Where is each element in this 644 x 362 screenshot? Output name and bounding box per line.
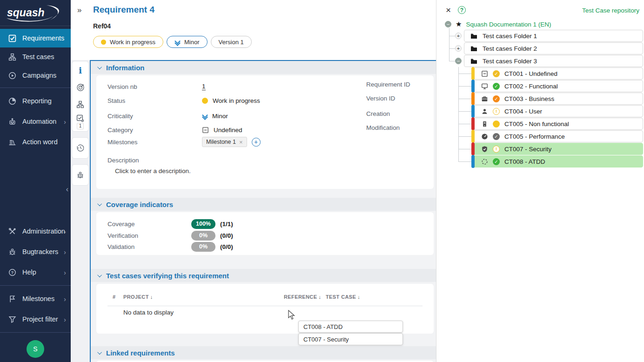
creation-label: Creation: [366, 110, 390, 117]
coverage-ratio: (1/1): [220, 221, 233, 228]
expand-node-icon[interactable]: +: [455, 33, 462, 39]
folder-test-cases-folder-1[interactable]: Test cases Folder 1: [464, 30, 643, 42]
add-milestone-icon[interactable]: +: [252, 138, 261, 147]
sidebar-item-label: Action word: [22, 138, 58, 146]
folder-icon: [470, 58, 477, 64]
collapse-node-icon[interactable]: −: [445, 21, 451, 27]
tab-verifying-test-cases[interactable]: 1: [72, 113, 88, 131]
tab-coverage-target[interactable]: [72, 79, 88, 96]
status-check-green-icon: ✓: [493, 83, 500, 90]
expand-panel-icon[interactable]: »: [77, 6, 81, 15]
tree-connector: [458, 86, 471, 87]
section-verifying-test-cases[interactable]: Test cases verifying this requirement: [91, 269, 436, 282]
expand-node-icon[interactable]: +: [455, 45, 462, 52]
folder-test-cases-folder-3[interactable]: Test cases Folder 3: [464, 55, 643, 67]
square-minus-icon: [481, 70, 488, 77]
version-nb-value[interactable]: 1: [202, 83, 206, 90]
test-case-ct002-functional[interactable]: ✓ CT002 - Functional: [471, 80, 643, 92]
milestone-chip[interactable]: Milestone 1 ×: [202, 137, 247, 147]
tree-root-project[interactable]: − ★ Squash Documentation 1 (EN): [445, 20, 551, 29]
sidebar-item-label: Help: [22, 268, 36, 276]
device-icon: [481, 120, 488, 127]
tree-test-case-row: ✓ CT002 - Functional: [471, 80, 643, 92]
test-case-tree: − ★ Squash Documentation 1 (EN) + Test c…: [436, 0, 644, 362]
sidebar-item-requirements[interactable]: Requirements: [0, 29, 71, 47]
sidebar-item-automation[interactable]: Automation ›: [0, 111, 71, 132]
importance-bar: [471, 117, 475, 130]
test-case-ct008-atdd[interactable]: ✓ CT008 - ATDD: [471, 155, 643, 168]
remove-milestone-icon[interactable]: ×: [239, 139, 243, 146]
project-label[interactable]: Squash Documentation 1 (EN): [466, 21, 551, 28]
chevron-right-icon: ›: [64, 228, 66, 235]
status-dot-yellow-icon: [493, 121, 500, 127]
section-linked-requirements[interactable]: Linked requirements: [91, 346, 436, 359]
square-minus-icon: [202, 127, 209, 134]
sidebar-item-action-word[interactable]: Action word: [0, 132, 71, 152]
status-pill[interactable]: Work in progress: [93, 36, 163, 48]
importance-bar: [471, 92, 475, 105]
test-case-ct004-user[interactable]: ! CT004 - User: [471, 105, 643, 117]
sidebar-item-project-filter[interactable]: Project filter ›: [0, 309, 71, 329]
tree-test-case-row: ! CT007 - Security: [471, 143, 643, 155]
drag-ghost-item: CT007 - Security: [298, 333, 403, 345]
tree-connector: [458, 124, 471, 124]
tree-connector: [449, 36, 455, 36]
test-case-ct005-performance[interactable]: ✓ CT005 - Performance: [471, 130, 643, 142]
user-avatar[interactable]: S: [27, 340, 44, 358]
history-clock-icon: [76, 144, 85, 152]
sidebar-item-test-cases[interactable]: Test cases: [0, 47, 71, 66]
requirement-content-panel: Information Version nb 1 Status Work in …: [90, 60, 436, 362]
tab-history[interactable]: [72, 138, 88, 158]
sidebar-item-milestones[interactable]: Milestones ›: [0, 288, 71, 309]
administration-tools-icon: [7, 227, 17, 236]
tab-hierarchy[interactable]: [72, 96, 88, 113]
column-reference[interactable]: REFERENCE↓: [284, 294, 321, 300]
bugtrackers-bug-icon: [7, 247, 17, 256]
column-test-case[interactable]: TEST CASE↓: [326, 294, 360, 300]
sidebar-item-bugtrackers[interactable]: Bugtrackers ›: [0, 241, 71, 262]
section-coverage[interactable]: Coverage indicators: [91, 198, 436, 211]
collapse-sidebar-icon[interactable]: ‹: [66, 185, 68, 194]
modification-label: Modification: [366, 124, 400, 131]
tree-connector: [458, 74, 471, 74]
tab-information[interactable]: i: [72, 61, 88, 79]
test-case-ct007-security[interactable]: ! CT007 - Security: [471, 143, 643, 155]
svg-text:?: ?: [11, 270, 13, 275]
tab-bugs[interactable]: [72, 165, 88, 185]
tree-connector: [449, 61, 455, 61]
test-case-ct001-undefined[interactable]: ✓ CT001 - Undefined: [471, 67, 643, 80]
sidebar-item-campaigns[interactable]: Campaigns: [0, 66, 71, 85]
chevron-right-icon: ›: [64, 248, 66, 256]
chevron-down-icon: [97, 350, 102, 355]
version-pill[interactable]: Version 1: [211, 36, 252, 48]
sort-down-icon: ↓: [318, 294, 321, 300]
category-label: Category: [107, 127, 202, 134]
column-project[interactable]: PROJECT↓: [123, 294, 153, 300]
tree-folder-row: + Test cases Folder 2: [455, 42, 643, 54]
sidebar-item-administration[interactable]: Administration ›: [0, 221, 71, 241]
criticality-label: Criticality: [107, 113, 202, 120]
description-placeholder[interactable]: Click to enter a description.: [115, 168, 191, 174]
importance-bar: [471, 105, 475, 118]
folder-test-cases-folder-2[interactable]: Test cases Folder 2: [464, 42, 643, 54]
sidebar-item-label: Administration: [22, 228, 65, 235]
chevron-right-icon: ›: [64, 118, 66, 126]
section-information[interactable]: Information: [91, 61, 436, 74]
sidebar-item-reporting[interactable]: Reporting: [0, 91, 71, 111]
criticality-pill[interactable]: Minor: [167, 36, 208, 48]
category-value[interactable]: Undefined: [214, 127, 242, 134]
sidebar-item-label: Test cases: [22, 53, 54, 60]
bug-icon: [76, 171, 84, 179]
dashed-circle-icon: [481, 158, 488, 165]
status-value[interactable]: Work in progress: [213, 97, 260, 104]
sidebar-item-help[interactable]: ? Help ›: [0, 262, 71, 282]
test-case-ct003-business[interactable]: ✓ CT003 - Business: [471, 93, 643, 105]
milestones-label: Milestones: [107, 139, 202, 146]
squash-logo[interactable]: squash: [0, 0, 71, 26]
criticality-value[interactable]: Minor: [212, 113, 228, 120]
validation-badge: 0%: [191, 242, 215, 252]
tree-test-case-row: CT005 - Non functional: [471, 118, 643, 130]
test-case-ct005-non-functional[interactable]: CT005 - Non functional: [471, 118, 643, 130]
column-index: #: [113, 294, 116, 300]
collapse-node-icon[interactable]: −: [455, 58, 462, 64]
